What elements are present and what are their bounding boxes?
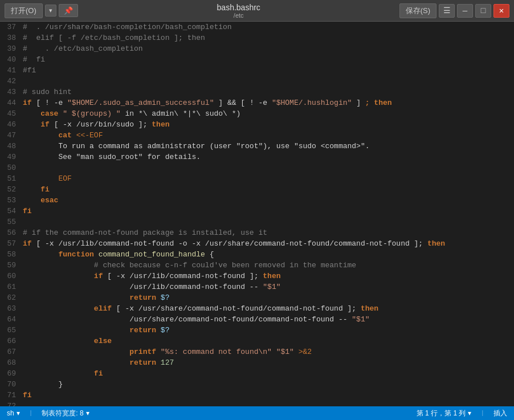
line-number: 58 (0, 249, 21, 260)
line-content[interactable]: return $? (21, 325, 169, 336)
line-content[interactable] (21, 401, 23, 406)
table-row: 46 if [ -x /usr/bin/sudo ]; then (0, 119, 514, 130)
language-selector[interactable]: sh ▾ (7, 409, 20, 417)
input-mode[interactable]: 插入 (493, 409, 507, 418)
table-row: 38# elif [ -f /etc/bash_completion ]; th… (0, 32, 514, 43)
line-content[interactable] (21, 217, 23, 227)
line-content[interactable]: if [ ! -e "$HOME/.sudo_as_admin_successf… (21, 97, 392, 108)
code-editor[interactable]: 37# . /usr/share/bash-completion/bash_co… (0, 22, 514, 406)
table-row: 71fi (0, 390, 514, 401)
line-number: 64 (0, 314, 21, 325)
table-row: 39# . /etc/bash_completion (0, 43, 514, 54)
line-number: 44 (0, 97, 21, 108)
line-number: 70 (0, 379, 21, 390)
line-content[interactable]: if [ -x /usr/lib/command-not-found ]; th… (21, 271, 281, 282)
line-number: 46 (0, 119, 21, 130)
line-number: 41 (0, 65, 21, 76)
line-number: 42 (0, 76, 21, 87)
line-content[interactable]: # elif [ -f /etc/bash_completion ]; then (21, 32, 205, 43)
line-content[interactable]: cat <<-EOF (21, 130, 103, 141)
table-row: 51 EOF (0, 173, 514, 184)
statusbar: sh ▾ | 制表符宽度: 8 ▾ 第 1 行，第 1 列 ▾ | 插入 (0, 406, 514, 420)
line-content[interactable]: # check because c-n-f could've been remo… (21, 260, 356, 271)
line-number: 59 (0, 260, 21, 271)
line-content[interactable] (21, 162, 23, 173)
open-button[interactable]: 打开(O) (5, 3, 43, 18)
line-content[interactable]: # . /usr/share/bash-completion/bash_comp… (21, 22, 232, 32)
table-row: 50 (0, 162, 514, 173)
line-content[interactable]: fi (21, 390, 32, 401)
line-content[interactable]: if [ -x /usr/lib/command-not-found -o -x… (21, 238, 445, 249)
line-number: 54 (0, 206, 21, 217)
line-content[interactable]: if [ -x /usr/bin/sudo ]; then (21, 119, 170, 130)
table-row: 37# . /usr/share/bash-completion/bash_co… (0, 22, 514, 32)
line-number: 53 (0, 195, 21, 206)
line-content[interactable]: To run a command as administrator (user … (21, 141, 370, 152)
line-content[interactable]: /usr/share/command-not-found/command-not… (21, 314, 370, 325)
line-number: 61 (0, 282, 21, 292)
line-content[interactable]: fi (21, 368, 103, 379)
titlebar: 打开(O) ▾ 📌 bash.bashrc /etc 保存(S) ☰ — □ ✕ (0, 0, 514, 22)
line-content[interactable]: fi (21, 184, 50, 195)
table-row: 54fi (0, 206, 514, 217)
line-content[interactable]: # fi (21, 54, 45, 65)
titlebar-center: bash.bashrc /etc (78, 3, 399, 19)
status-sep1: | (29, 410, 33, 417)
table-row: 55 (0, 217, 514, 227)
table-row: 41#fi (0, 65, 514, 76)
window-subtitle: /etc (78, 12, 399, 19)
line-content[interactable]: case " $(groups) " in *\ admin\ *|*\ sud… (21, 108, 240, 119)
line-number: 72 (0, 401, 21, 406)
table-row: 60 if [ -x /usr/lib/command-not-found ];… (0, 271, 514, 282)
line-number: 43 (0, 87, 21, 97)
table-row: 64 /usr/share/command-not-found/command-… (0, 314, 514, 325)
status-sep2: | (480, 410, 484, 417)
line-content[interactable]: elif [ -x /usr/share/command-not-found/c… (21, 303, 378, 314)
line-content[interactable]: #fi (21, 65, 36, 76)
titlebar-left: 打开(O) ▾ 📌 (5, 3, 78, 18)
close-button[interactable]: ✕ (493, 4, 509, 18)
save-button[interactable]: 保存(S) (399, 3, 437, 18)
line-number: 39 (0, 43, 21, 54)
table-row: 43# sudo hint (0, 87, 514, 97)
line-number: 49 (0, 152, 21, 162)
table-row: 72 (0, 401, 514, 406)
line-number: 63 (0, 303, 21, 314)
open-arrow-button[interactable]: ▾ (45, 5, 56, 17)
line-content[interactable]: printf "%s: command not found\n" "$1" >&… (21, 346, 312, 357)
maximize-button[interactable]: □ (475, 4, 491, 18)
menu-button[interactable]: ☰ (439, 4, 455, 18)
line-number: 52 (0, 184, 21, 195)
line-content[interactable]: # . /etc/bash_completion (21, 43, 143, 54)
line-number: 50 (0, 162, 21, 173)
line-content[interactable] (21, 76, 23, 87)
line-content[interactable]: return $? (21, 292, 169, 303)
line-number: 56 (0, 227, 21, 238)
line-content[interactable]: # sudo hint (21, 87, 72, 97)
line-content[interactable]: return 127 (21, 357, 174, 368)
cursor-position[interactable]: 第 1 行，第 1 列 ▾ (417, 409, 472, 418)
line-number: 45 (0, 108, 21, 119)
line-content[interactable]: esac (21, 195, 58, 206)
table-row: 57if [ -x /usr/lib/command-not-found -o … (0, 238, 514, 249)
table-row: 52 fi (0, 184, 514, 195)
line-number: 69 (0, 368, 21, 379)
table-row: 68 return 127 (0, 357, 514, 368)
line-content[interactable]: EOF (21, 173, 72, 184)
table-row: 66 else (0, 336, 514, 346)
line-number: 67 (0, 346, 21, 357)
statusbar-right: 第 1 行，第 1 列 ▾ | 插入 (417, 409, 507, 418)
line-content[interactable]: else (21, 336, 112, 346)
table-row: 59 # check because c-n-f could've been r… (0, 260, 514, 271)
line-content[interactable]: # if the command-not-found package is in… (21, 227, 267, 238)
pin-button[interactable]: 📌 (59, 4, 78, 17)
titlebar-right: 保存(S) ☰ — □ ✕ (399, 3, 509, 18)
line-content[interactable]: function command_not_found_handle { (21, 249, 214, 260)
tab-width-selector[interactable]: 制表符宽度: 8 ▾ (42, 409, 89, 418)
table-row: 61 /usr/lib/command-not-found -- "$1" (0, 282, 514, 292)
line-content[interactable]: fi (21, 206, 32, 217)
minimize-button[interactable]: — (457, 4, 473, 18)
line-content[interactable]: } (21, 379, 63, 390)
line-content[interactable]: See "man sudo_root" for details. (21, 152, 201, 162)
line-content[interactable]: /usr/lib/command-not-found -- "$1" (21, 282, 281, 292)
